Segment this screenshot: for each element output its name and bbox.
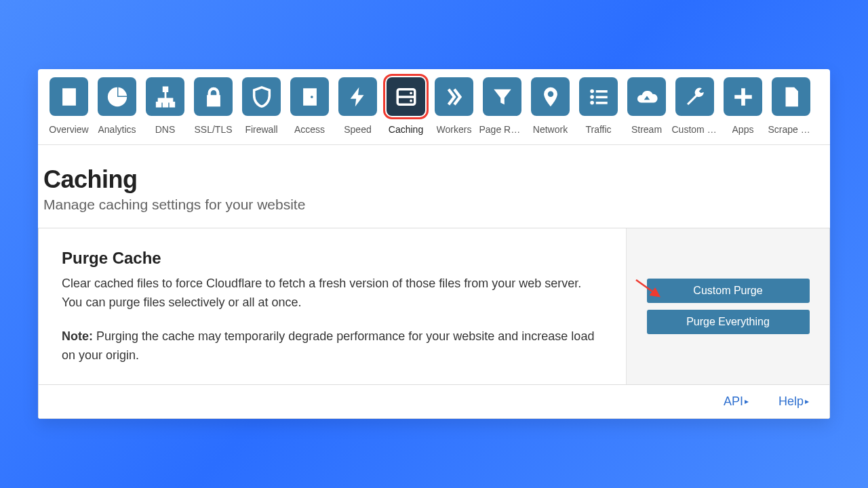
nav-item-firewall[interactable]: Firewall [237, 77, 285, 144]
doc-icon [780, 85, 803, 108]
nav-tile [675, 77, 714, 116]
nav-tile [627, 77, 666, 116]
card-title: Purge Cache [62, 249, 603, 268]
nav-tile [387, 77, 425, 116]
help-link[interactable]: Help▸ [778, 394, 809, 409]
nav-tile [531, 77, 570, 116]
nav-label: Page Rules [479, 124, 526, 135]
nav-label: Firewall [245, 124, 277, 135]
nav-item-stream[interactable]: Stream [623, 77, 671, 144]
page-title: Caching [43, 165, 825, 194]
door-icon [298, 85, 321, 108]
card-description: Clear cached files to force Cloudflare t… [62, 274, 603, 312]
nav-label: Access [294, 124, 325, 135]
cloud-icon [635, 85, 658, 108]
nav-item-dns[interactable]: DNS [141, 77, 189, 144]
nav-label: Caching [389, 124, 423, 135]
wrench-icon [684, 85, 707, 108]
nav-label: Custom P... [672, 124, 718, 135]
nav-item-caching[interactable]: Caching [382, 77, 430, 144]
nav-label: Overview [49, 124, 88, 135]
plus-icon [732, 85, 755, 108]
nav-tile [146, 77, 184, 116]
funnel-icon [491, 85, 514, 108]
nav-tile [483, 77, 521, 116]
dashboard-panel: OverviewAnalyticsDNSSSL/TLSFirewallAcces… [38, 69, 830, 419]
nav-tile [242, 77, 281, 116]
nav-item-scrape-s-[interactable]: Scrape S... [767, 77, 815, 144]
nav-tile [435, 77, 473, 116]
workers-icon [443, 85, 466, 108]
page-header: Caching Manage caching settings for your… [38, 165, 830, 228]
nav-label: Traffic [585, 124, 611, 135]
card-note: Note: Purging the cache may temporarily … [62, 327, 603, 365]
nav-item-ssl-tls[interactable]: SSL/TLS [189, 77, 237, 144]
shield-icon [250, 85, 273, 108]
purge-cache-card: Purge Cache Clear cached files to force … [38, 228, 830, 385]
nav-label: Analytics [98, 124, 136, 135]
bolt-icon [347, 85, 370, 108]
nav-label: DNS [155, 124, 176, 135]
purge-everything-button[interactable]: Purge Everything [647, 310, 810, 334]
pin-icon [539, 85, 562, 108]
nav-label: Scrape S... [768, 124, 814, 135]
note-text: Purging the cache may temporarily degrad… [62, 329, 594, 362]
nav-item-custom-p-[interactable]: Custom P... [671, 77, 719, 144]
card-actions: Custom Purge Purge Everything [626, 228, 829, 384]
top-nav: OverviewAnalyticsDNSSSL/TLSFirewallAcces… [38, 69, 830, 145]
list-icon [587, 85, 610, 108]
card-footer: API▸ Help▸ [38, 385, 830, 419]
pie-icon [106, 85, 129, 108]
caret-right-icon: ▸ [805, 396, 809, 406]
nav-item-network[interactable]: Network [526, 77, 574, 144]
nav-label: SSL/TLS [194, 124, 232, 135]
custom-purge-button[interactable]: Custom Purge [647, 279, 810, 303]
nav-tile [98, 77, 136, 116]
nav-tile [194, 77, 233, 116]
content: Caching Manage caching settings for your… [38, 145, 830, 419]
nav-tile [290, 77, 329, 116]
note-label: Note: [62, 329, 93, 343]
nav-item-access[interactable]: Access [285, 77, 334, 144]
api-link[interactable]: API▸ [724, 394, 749, 409]
nav-item-apps[interactable]: Apps [719, 77, 767, 144]
nav-tile [724, 77, 762, 116]
nav-item-workers[interactable]: Workers [430, 77, 478, 144]
lock-icon [202, 85, 225, 108]
sitemap-icon [154, 85, 177, 108]
nav-item-speed[interactable]: Speed [334, 77, 382, 144]
nav-item-analytics[interactable]: Analytics [93, 77, 141, 144]
nav-item-traffic[interactable]: Traffic [574, 77, 623, 144]
nav-label: Network [533, 124, 568, 135]
nav-label: Stream [631, 124, 662, 135]
nav-label: Workers [437, 124, 472, 135]
nav-item-overview[interactable]: Overview [45, 77, 93, 144]
nav-tile [338, 77, 377, 116]
page-subtitle: Manage caching settings for your website [43, 197, 825, 213]
nav-tile [50, 77, 88, 116]
nav-tile [579, 77, 618, 116]
nav-label: Speed [344, 124, 371, 135]
caret-right-icon: ▸ [745, 396, 749, 406]
nav-item-page-rules[interactable]: Page Rules [478, 77, 526, 144]
nav-tile [772, 77, 810, 116]
nav-label: Apps [732, 124, 754, 135]
clipboard-icon [58, 85, 81, 108]
card-body: Purge Cache Clear cached files to force … [39, 228, 626, 384]
cache-icon [395, 85, 418, 108]
